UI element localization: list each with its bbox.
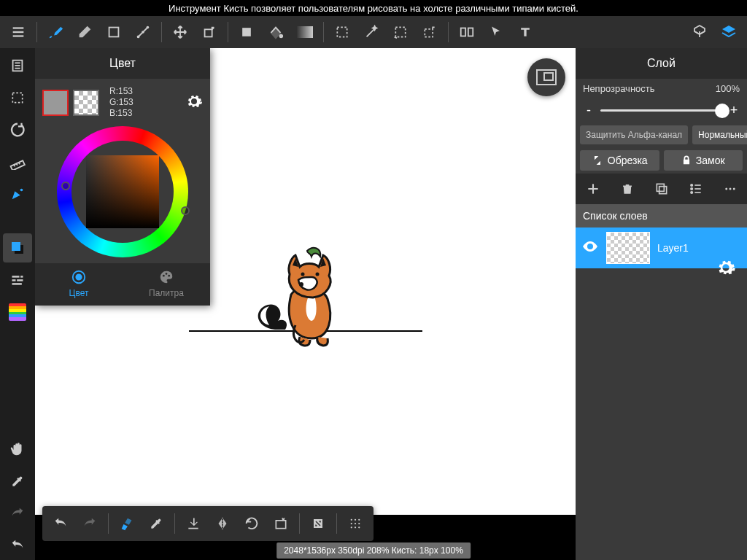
eyedropper-bottom[interactable] [142,510,170,537]
fullscreen-button[interactable] [304,510,332,537]
opacity-minus[interactable]: - [583,103,595,118]
delete-layer-button[interactable] [610,174,644,204]
svg-rect-32 [12,283,22,285]
primary-color-swatch[interactable] [42,90,69,116]
undo-bottom[interactable] [47,510,74,537]
menu-button[interactable] [4,18,32,46]
bucket-tool[interactable] [262,18,290,46]
brush-eraser-toggle[interactable] [113,510,141,537]
properties-button[interactable] [3,51,32,80]
opacity-slider[interactable] [600,104,722,118]
color-panel-button[interactable] [3,233,32,262]
color-panel: Цвет R:153 G:153 B:153 Цвет Палитра [35,48,210,306]
svg-rect-44 [657,184,664,191]
hue-ring[interactable] [57,126,188,257]
layer-more-button[interactable] [713,174,747,204]
eraser-tool[interactable] [71,18,98,46]
magic-wand-tool[interactable] [357,18,385,46]
undo-button[interactable] [3,531,32,560]
svg-point-40 [168,275,170,277]
svg-point-37 [76,274,81,279]
svg-point-47 [690,188,692,190]
svg-point-62 [358,523,360,524]
svg-rect-3 [109,28,119,37]
symmetry-button[interactable] [3,115,32,144]
selection-panel-button[interactable] [3,83,32,112]
svg-point-59 [358,519,360,521]
secondary-color-swatch[interactable] [73,90,99,116]
transform-tool[interactable] [196,18,223,46]
svg-rect-21 [11,160,25,170]
layer-settings-button[interactable] [709,251,743,284]
shape-tool[interactable] [100,18,128,46]
rotate-button[interactable] [238,510,266,537]
sv-cursor[interactable] [61,182,70,190]
status-bar: 2048*1536px 350dpi 208% Кисть: 18px 100% [276,542,471,559]
smudge-tool[interactable] [129,18,157,46]
layer-panel-title: Слой [576,48,747,79]
svg-point-45 [690,184,692,187]
add-layer-button[interactable] [576,174,610,204]
svg-rect-43 [659,187,666,194]
lock-button[interactable]: Замок [664,150,743,171]
color-tab[interactable]: Цвет [35,263,123,306]
select-lasso-tool[interactable] [387,18,414,46]
flip-button[interactable] [209,510,236,537]
brush-tool[interactable] [42,18,69,46]
layer-panel: Слой Непрозрачность 100% - + Защитить Ал… [576,48,747,560]
sliders-button[interactable] [3,265,32,295]
layer-list-button[interactable] [678,174,713,204]
protect-alpha-button[interactable]: Защитить Альфа-канал [580,125,688,144]
bottom-toolbar [42,506,374,541]
gradient-tool[interactable] [291,18,319,46]
redo-bottom[interactable] [76,510,104,537]
saturation-value-box[interactable] [86,155,159,228]
svg-rect-27 [12,242,20,251]
save-button[interactable] [179,510,207,537]
svg-rect-28 [12,276,20,278]
hue-cursor[interactable] [181,206,190,215]
svg-point-25 [20,189,23,192]
materials-button[interactable] [686,18,713,46]
eyedropper-tool[interactable] [3,467,32,496]
grid-button[interactable] [341,510,369,537]
reference-button[interactable] [3,179,32,209]
palette-tab[interactable]: Палитра [123,263,210,306]
color-settings-button[interactable] [185,93,203,113]
lock-icon [681,155,692,166]
svg-point-33 [299,282,303,287]
svg-point-60 [351,523,352,524]
svg-rect-11 [337,27,347,36]
divide-tool[interactable] [453,18,481,46]
svg-rect-29 [20,276,23,278]
clear-layer-button[interactable] [267,510,295,537]
layer-visibility-toggle[interactable] [581,238,599,258]
select-rect-tool[interactable] [328,18,356,46]
left-sidebar [0,48,35,560]
layer-list-header: Список слоев [576,204,747,228]
opacity-plus[interactable]: + [728,103,740,118]
svg-rect-55 [276,521,285,529]
palette-button[interactable] [3,298,32,327]
crop-button[interactable]: Обрезка [580,150,659,171]
select-transform-tool[interactable] [416,18,444,46]
ruler-button[interactable] [3,147,32,176]
svg-rect-30 [12,279,16,281]
crop-icon [592,155,603,166]
layer-name: Layer1 [657,242,689,254]
svg-rect-15 [468,28,473,36]
svg-point-39 [166,273,168,275]
hand-tool[interactable] [3,435,32,464]
layers-button[interactable] [715,18,743,46]
redo-button[interactable] [3,499,32,528]
move-tool[interactable] [166,18,194,46]
reference-window-button[interactable] [527,58,565,96]
text-tool[interactable] [511,18,539,46]
layer-thumbnail [606,232,650,264]
rgb-readout: R:153 G:153 B:153 [109,86,133,119]
svg-point-63 [351,526,352,528]
pointer-tool[interactable] [482,18,510,46]
blend-mode-select[interactable]: Нормальный [692,125,747,144]
duplicate-layer-button[interactable] [644,174,678,204]
fill-tool[interactable] [233,18,260,46]
